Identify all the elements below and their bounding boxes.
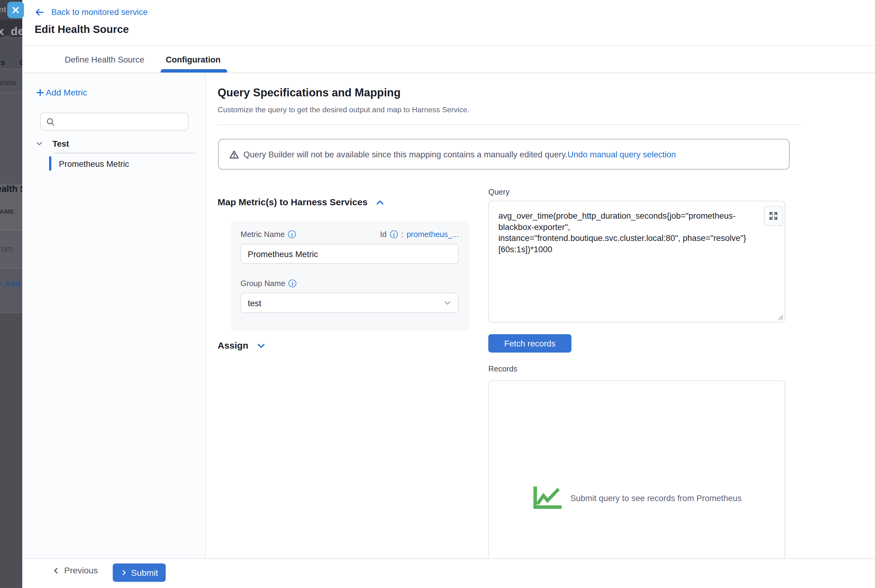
metric-search-box — [40, 112, 189, 130]
close-icon — [12, 6, 20, 14]
assign-section-title: Assign — [218, 340, 248, 351]
background-text-fragment: view — [0, 78, 16, 87]
chart-icon — [533, 485, 563, 510]
expand-icon — [769, 212, 778, 220]
section-title: Query Specifications and Mapping — [218, 87, 401, 99]
metric-id-link[interactable]: prometheus_... — [407, 230, 459, 239]
section-divider — [218, 124, 802, 125]
background-text-fragment: s — [1, 57, 5, 67]
background-text-fragment: ealth S — [0, 184, 22, 194]
background-text-fragment: x_dev — [0, 25, 22, 38]
background-divider — [0, 69, 22, 69]
background-divider — [0, 92, 22, 93]
tab-configuration[interactable]: Configuration — [166, 46, 221, 73]
background-text-fragment: nt — [0, 5, 6, 14]
query-builder-warning-banner: Query Builder will not be available sinc… — [218, 139, 789, 170]
submit-button[interactable]: Submit — [113, 563, 166, 582]
chevron-left-icon — [53, 567, 60, 574]
records-empty-text: Submit query to see records from Prometh… — [570, 493, 742, 502]
expand-query-button[interactable] — [764, 206, 783, 226]
background-text-fragment: AME — [0, 208, 14, 215]
add-metric-button[interactable]: Add Metric — [36, 87, 87, 98]
info-icon[interactable] — [289, 279, 297, 287]
background-divider — [0, 268, 22, 268]
chevron-up-icon — [375, 198, 384, 207]
edit-health-source-modal: nt x_dev s C view ealth S AME rom + Add … — [0, 0, 875, 588]
chevron-down-icon — [257, 341, 266, 350]
section-subtitle: Customize the query to get the desired o… — [218, 105, 469, 114]
textarea-resize-handle[interactable] — [777, 314, 783, 320]
warning-icon — [230, 150, 239, 159]
active-tab-indicator — [161, 69, 227, 73]
search-input[interactable] — [59, 117, 184, 127]
chevron-down-icon — [36, 140, 43, 147]
records-empty-state: Submit query to see records from Prometh… — [489, 485, 786, 510]
background-divider — [0, 230, 22, 231]
query-textarea[interactable]: avg_over_time(probe_http_duration_second… — [488, 201, 785, 322]
sidebar-item-prometheus-metric[interactable]: Prometheus Metric — [49, 156, 129, 171]
add-metric-label: Add Metric — [46, 87, 87, 98]
group-name-value: test — [248, 298, 261, 308]
background-divider — [0, 312, 22, 313]
metric-group-divider — [54, 153, 195, 153]
metric-group-label: Test — [53, 139, 69, 148]
chevron-down-icon — [444, 299, 452, 307]
search-icon — [47, 117, 55, 126]
metric-name-input[interactable] — [240, 244, 459, 264]
id-label: Id — [380, 230, 387, 239]
back-link-label: Back to monitored service — [51, 8, 148, 17]
close-button[interactable] — [8, 2, 24, 18]
undo-manual-query-link[interactable]: Undo manual query selection — [567, 150, 676, 159]
group-name-label-text: Group Name — [240, 279, 285, 288]
map-metrics-section-title: Map Metric(s) to Harness Services — [218, 197, 367, 208]
back-link[interactable]: Back to monitored service — [35, 8, 148, 17]
info-icon[interactable] — [390, 230, 398, 238]
arrow-left-icon — [35, 8, 44, 16]
group-name-select[interactable]: test — [240, 293, 459, 313]
query-label: Query — [488, 188, 509, 196]
background-band — [0, 312, 22, 588]
metric-id-row: Id : prometheus_... — [240, 230, 459, 239]
metric-item-label: Prometheus Metric — [59, 159, 129, 168]
metric-group-row[interactable]: Test — [36, 139, 69, 148]
group-name-label: Group Name — [240, 279, 296, 288]
chevron-right-icon — [120, 569, 127, 576]
background-text-fragment: C — [20, 57, 22, 67]
background-text-fragment: rom — [0, 244, 13, 253]
assign-section-toggle[interactable]: Assign — [218, 340, 266, 351]
plus-icon — [36, 88, 45, 97]
tab-define-health-source[interactable]: Define Health Source — [65, 46, 144, 73]
background-text-fragment: + Add — [0, 279, 21, 288]
background-band — [0, 268, 22, 312]
previous-button[interactable]: Previous — [53, 566, 98, 576]
records-label: Records — [488, 364, 517, 373]
map-metrics-section-toggle[interactable]: Map Metric(s) to Harness Services — [218, 197, 384, 208]
selected-item-bar — [49, 156, 51, 171]
records-box: Submit query to see records from Prometh… — [488, 380, 785, 558]
submit-label: Submit — [131, 568, 158, 578]
tab-bar: Define Health Source Configuration — [22, 46, 875, 73]
records-panel: Submit query to see records from Prometh… — [488, 380, 786, 558]
background-page-strip: nt x_dev s C view ealth S AME rom + Add — [0, 0, 22, 588]
fetch-records-button[interactable]: Fetch records — [488, 334, 572, 352]
background-band — [0, 92, 22, 184]
query-editor: avg_over_time(probe_http_duration_second… — [488, 201, 785, 322]
warning-text: Query Builder will not be available sinc… — [243, 150, 567, 159]
page-title: Edit Health Source — [35, 24, 129, 36]
previous-label: Previous — [64, 566, 98, 576]
id-separator: : — [401, 230, 403, 239]
